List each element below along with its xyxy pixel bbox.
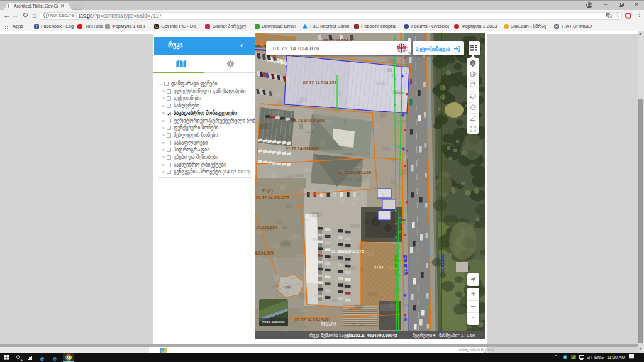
svg-text:01.72.14.034.684: 01.72.14.034.684: [255, 225, 277, 229]
svg-text:01.01.523: 01.01.523: [440, 254, 445, 273]
svg-text:01.72.14.034.106: 01.72.14.034.106: [338, 170, 371, 175]
svg-text:01.72.14.034.660: 01.72.14.034.660: [292, 118, 325, 123]
svg-text:01.72.14.034.473: 01.72.14.034.473: [256, 195, 289, 200]
svg-text:01 (1): 01 (1): [262, 189, 273, 194]
svg-text:01.00.002: 01.00.002: [403, 255, 408, 275]
svg-text:01.00.068: 01.00.068: [394, 255, 398, 275]
svg-text:01.10.20.002.275: 01.10.20.002.275: [331, 249, 364, 253]
svg-text:1 (1): 1 (1): [283, 285, 290, 289]
svg-text:01.72.14.034.640: 01.72.14.034.640: [286, 146, 319, 151]
svg-text:(1) (1): (1) (1): [374, 265, 383, 269]
svg-text:01.72.14.034.095: 01.72.14.034.095: [255, 251, 274, 255]
svg-text:01.72.14.034.451: 01.72.14.034.451: [303, 80, 336, 85]
